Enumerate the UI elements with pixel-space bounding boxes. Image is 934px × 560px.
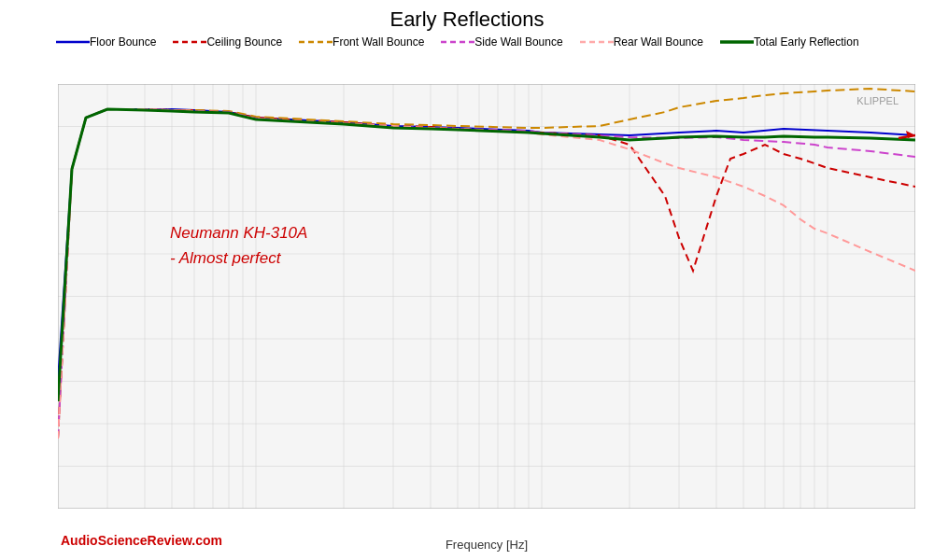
legend-label-front-wall: Front Wall Bounce [333, 35, 424, 49]
legend-label-total: Total Early Reflection [754, 35, 859, 49]
svg-text:2: 2 [254, 507, 259, 509]
svg-text:4: 4 [826, 507, 830, 509]
chart-title: Early Reflections [0, 0, 934, 32]
legend-item-total: Total Early Reflection [720, 35, 859, 49]
legend-item-ceiling: Ceiling Bounce [173, 35, 282, 49]
x-axis-label: Frequency [Hz] [446, 538, 528, 552]
legend: Floor Bounce Ceiling Bounce Front Wall B… [0, 32, 934, 54]
svg-text:Neumann KH-310A: Neumann KH-310A [170, 224, 307, 242]
klippel-text: KLIPPEL [856, 95, 899, 106]
legend-label-side-wall: Side Wall Bounce [474, 35, 562, 49]
svg-text:- Almost perfect: - Almost perfect [170, 249, 282, 267]
total-early-reflection-icon [720, 37, 754, 47]
legend-item-rear-wall: Rear Wall Bounce [580, 35, 703, 49]
floor-bounce-icon [56, 37, 90, 47]
legend-label-rear-wall: Rear Wall Bounce [614, 35, 703, 49]
legend-item-side-wall: Side Wall Bounce [441, 35, 562, 49]
front-wall-bounce-icon [299, 37, 333, 47]
plot-svg: 100 95 90 85 80 75 70 65 60 55 50 10 2 1… [58, 84, 915, 509]
legend-label-floor: Floor Bounce [90, 35, 156, 49]
chart-container: Early Reflections Floor Bounce Ceiling B… [0, 0, 934, 560]
ceiling-bounce-icon [173, 37, 206, 47]
rear-wall-bounce-icon [580, 37, 614, 47]
svg-text:3: 3 [540, 507, 545, 509]
legend-label-ceiling: Ceiling Bounce [206, 35, 282, 49]
legend-item-front-wall: Front Wall Bounce [299, 35, 424, 49]
legend-item-floor: Floor Bounce [56, 35, 156, 49]
watermark: AudioScienceReview.com [61, 533, 222, 548]
side-wall-bounce-icon [441, 37, 474, 47]
